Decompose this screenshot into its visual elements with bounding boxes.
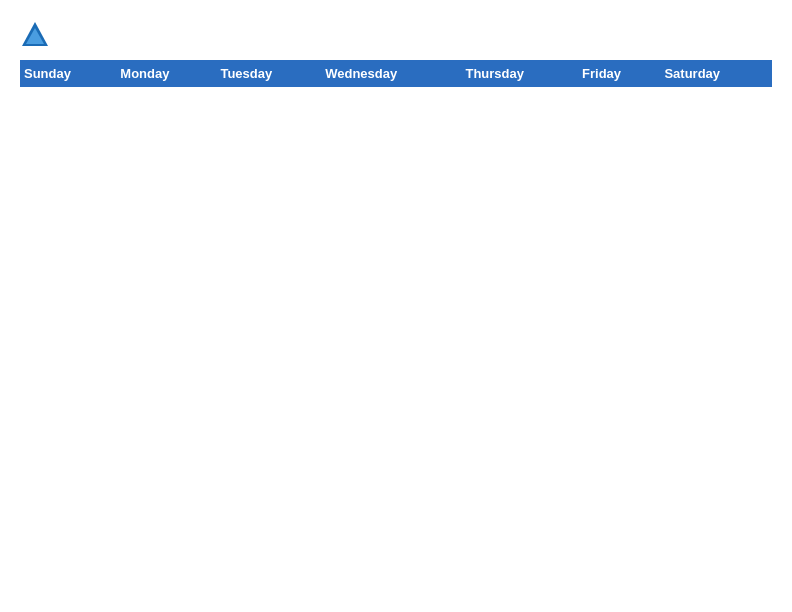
column-header-wednesday: Wednesday: [321, 60, 461, 87]
calendar-table: SundayMondayTuesdayWednesdayThursdayFrid…: [20, 60, 772, 87]
column-header-monday: Monday: [116, 60, 216, 87]
column-header-tuesday: Tuesday: [216, 60, 321, 87]
page-header: [20, 20, 772, 50]
column-header-thursday: Thursday: [461, 60, 578, 87]
column-header-saturday: Saturday: [660, 60, 772, 87]
column-header-sunday: Sunday: [20, 60, 116, 87]
logo-icon: [20, 20, 50, 50]
logo: [20, 20, 54, 50]
calendar-header-row: SundayMondayTuesdayWednesdayThursdayFrid…: [20, 60, 772, 87]
column-header-friday: Friday: [578, 60, 660, 87]
